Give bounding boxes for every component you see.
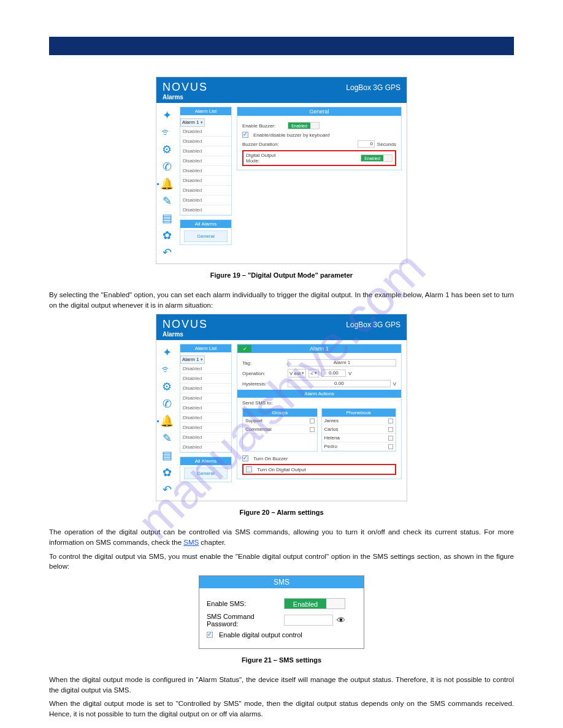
figure-19-wrap: LogBox 3G GPS NOVUS Alarms ✦ ᯤ ⚙ ✆ 🔔 ✎ ▤…	[49, 77, 514, 264]
model-label: LogBox 3G GPS	[346, 83, 400, 92]
enable-dout-control-checkbox[interactable]	[207, 632, 213, 638]
doc-icon[interactable]: ▤	[161, 212, 173, 224]
all-alarms-panel: All Alarms General	[180, 457, 232, 482]
unit-label: V	[348, 371, 351, 376]
alarm-item[interactable]: Disabled	[180, 127, 231, 137]
edit-icon[interactable]: ✎	[161, 432, 173, 444]
hysteresis-label: Hysteresis:	[242, 381, 285, 387]
op-value-input[interactable]: 0.00	[321, 370, 346, 377]
contact-row[interactable]: Pedro	[322, 442, 396, 451]
alarm-item[interactable]: Disabled	[180, 195, 231, 205]
gear-icon[interactable]: ✿	[161, 229, 173, 241]
alarm-icon[interactable]: 🔔	[161, 178, 173, 190]
dom-label: Digital Output Mode:	[246, 153, 289, 164]
duration-label: Buzzer Duration:	[242, 142, 285, 147]
duration-input[interactable]: 0	[358, 140, 375, 148]
doc-icon[interactable]: ▤	[161, 449, 173, 461]
enable-buzzer-toggle[interactable]: Enabled	[288, 122, 320, 129]
sms-header: SMS	[199, 576, 364, 588]
alarm-item[interactable]: Disabled	[180, 374, 231, 384]
alarm1-panel: ✓ Alarm 1 Tag: Alarm 1 Operation: V ext	[237, 344, 402, 479]
all-alarms-panel: All Alarms General	[180, 219, 232, 245]
sms-label: Send SMS to:	[242, 400, 396, 406]
enable-sms-label: Enable SMS:	[207, 600, 280, 607]
sidebar: ✦ ᯤ ⚙ ✆ 🔔 ✎ ▤ ✿ ↶	[159, 107, 175, 259]
alarm-item[interactable]: Disabled	[180, 393, 231, 403]
alarm-icon[interactable]: 🔔	[161, 415, 173, 427]
share-icon[interactable]: ⚙	[161, 143, 173, 156]
alarm-item[interactable]: Disabled	[180, 364, 231, 374]
alarm-list-panel: Alarm List Alarm 1 Disabled Disabled Dis…	[180, 107, 232, 216]
paragraph-5: When the digital output mode is set to "…	[49, 699, 514, 719]
alarm-enable-toggle[interactable]: ✓	[238, 345, 251, 352]
operation-label: Operation:	[242, 371, 285, 376]
alarm-item[interactable]: Disabled	[180, 413, 231, 423]
unit-label: V	[393, 381, 396, 387]
highlight-box: Turn On Digital Output	[242, 464, 396, 475]
operator-select[interactable]: <	[308, 369, 319, 377]
alarm-item[interactable]: Disabled	[180, 186, 231, 195]
tag-label: Tag:	[242, 360, 285, 366]
back-icon[interactable]: ↶	[161, 246, 173, 259]
hysteresis-input[interactable]: 0.00	[288, 380, 391, 387]
puzzle-icon[interactable]: ✦	[161, 346, 173, 358]
general-header: General	[237, 107, 401, 116]
contact-row[interactable]: Carlos	[322, 425, 396, 434]
sidebar: ✦ ᯤ ⚙ ✆ 🔔 ✎ ▤ ✿ ↶	[159, 344, 175, 496]
share-icon[interactable]: ⚙	[161, 381, 173, 393]
alarm-item[interactable]: Disabled	[180, 403, 231, 413]
alarm-list-header: Alarm List	[180, 107, 231, 115]
contact-row[interactable]: Helena	[322, 434, 396, 442]
section-title: Alarms	[163, 94, 400, 100]
alarm-item[interactable]: Disabled	[180, 146, 231, 156]
alarm-item[interactable]: Alarm 1	[180, 118, 205, 127]
enable-sms-toggle[interactable]: Enabled	[284, 598, 345, 609]
figure-21-caption: Figure 21 – SMS settings	[49, 656, 514, 664]
phone-icon[interactable]: ✆	[161, 398, 173, 410]
app-frame-1: LogBox 3G GPS NOVUS Alarms ✦ ᯤ ⚙ ✆ 🔔 ✎ ▤…	[156, 77, 407, 264]
contact-row[interactable]: James	[322, 417, 396, 425]
alarm-item[interactable]: Disabled	[180, 205, 231, 215]
alarm-item[interactable]: Disabled	[180, 433, 231, 442]
general-panel: General Enable Buzzer: Enabled Enable/di…	[237, 107, 402, 170]
figure-19-caption: Figure 19 – "Digital Output Mode" parame…	[49, 271, 514, 279]
figure-20-wrap: LogBox 3G GPS NOVUS Alarms ✦ ᯤ ⚙ ✆ 🔔 ✎ ▤…	[49, 314, 514, 501]
groups-panel: Groups Support Commercial	[242, 408, 318, 452]
dom-toggle[interactable]: Enabled	[361, 154, 393, 162]
seconds-label: Seconds	[377, 142, 396, 147]
tag-input[interactable]: Alarm 1	[288, 359, 396, 366]
operand-select[interactable]: V ext	[288, 369, 306, 377]
alarm-item[interactable]: Disabled	[180, 156, 231, 166]
section-title: Alarms	[163, 331, 400, 338]
sms-chapter-link[interactable]: SMS	[183, 539, 199, 546]
wifi-icon[interactable]: ᯤ	[161, 126, 173, 138]
alarm-item[interactable]: Disabled	[180, 384, 231, 393]
alarm-item[interactable]: Disabled	[180, 137, 231, 146]
back-icon[interactable]: ↶	[161, 483, 173, 496]
dout-checkbox[interactable]	[246, 466, 252, 472]
dout-checkbox-label: Turn On Digital Output	[257, 467, 306, 472]
group-row[interactable]: Commercial	[243, 425, 317, 434]
buzzer-checkbox[interactable]	[242, 455, 248, 461]
alarm-list-panel: Alarm List Alarm 1 Disabled Disabled Dis…	[180, 344, 232, 453]
puzzle-icon[interactable]: ✦	[161, 109, 173, 121]
alarm-item[interactable]: Disabled	[180, 176, 231, 186]
app-frame-2: LogBox 3G GPS NOVUS Alarms ✦ ᯤ ⚙ ✆ 🔔 ✎ ▤…	[156, 314, 407, 501]
alarm-item[interactable]: Disabled	[180, 423, 231, 433]
alarm-item[interactable]: Disabled	[180, 442, 231, 452]
group-row[interactable]: Support	[243, 417, 317, 425]
sms-password-input[interactable]	[284, 615, 333, 626]
alarm-item[interactable]: Alarm 1	[180, 355, 205, 364]
gear-icon[interactable]: ✿	[161, 466, 173, 479]
wifi-icon[interactable]: ᯤ	[161, 363, 173, 376]
phone-icon[interactable]: ✆	[161, 161, 173, 173]
enable-buzzer-label: Enable Buzzer:	[242, 123, 285, 129]
eye-icon[interactable]: 👁	[337, 615, 345, 625]
all-alarms-header: All Alarms	[180, 457, 231, 465]
general-button[interactable]: General	[184, 230, 228, 242]
app-header: LogBox 3G GPS NOVUS Alarms	[156, 77, 407, 103]
alarm-item[interactable]: Disabled	[180, 166, 231, 176]
general-button[interactable]: General	[184, 468, 228, 479]
edit-icon[interactable]: ✎	[161, 195, 173, 207]
keyboard-checkbox[interactable]	[242, 132, 248, 138]
